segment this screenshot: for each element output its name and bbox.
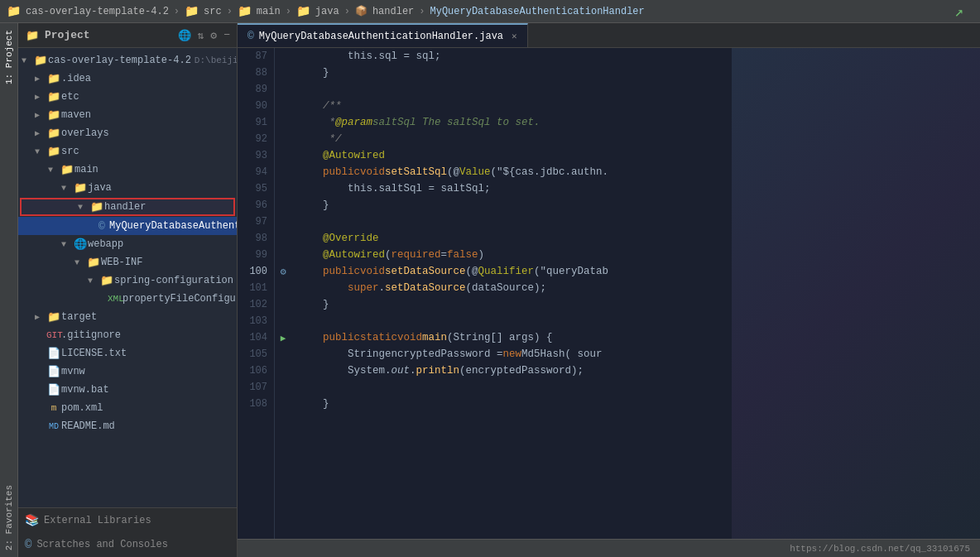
favorites-panel-tab[interactable]: 2: Favorites [2, 478, 17, 557]
code-line-108: } [298, 396, 980, 412]
tree-mvnw-bat[interactable]: 📄 mvnw.bat [18, 381, 237, 399]
sync-icon[interactable]: ⇅ [198, 29, 204, 42]
tree-mvnw[interactable]: 📄 mvnw [18, 363, 237, 381]
gutter-98 [275, 230, 291, 247]
line-num-93: 93 [241, 147, 267, 164]
tab-close-button[interactable]: ✕ [512, 31, 517, 41]
handler-class-label: MyQueryDatabaseAuthenticationHandler [109, 220, 237, 232]
tree-java[interactable]: ▼ 📁 java [18, 179, 237, 197]
mvnw-label: mvnw [61, 366, 237, 377]
gutter-106 [275, 363, 291, 379]
editor-area: © MyQueryDatabaseAuthenticationHandler.j… [238, 23, 980, 557]
tree-my-query-handler[interactable]: © MyQueryDatabaseAuthenticationHandler [18, 217, 237, 235]
etc-label: etc [61, 91, 237, 103]
gutter-103 [275, 313, 291, 329]
code-line-97 [298, 214, 980, 230]
tree-etc[interactable]: ▶ 📁 etc [18, 88, 237, 106]
webinf-label: WEB-INF [101, 257, 237, 268]
gutter-108 [275, 396, 291, 412]
webapp-label: webapp [88, 238, 237, 250]
line-num-94: 94 [241, 164, 267, 180]
tree-webapp[interactable]: ▼ 🌐 webapp [18, 235, 237, 253]
tree-handler[interactable]: ▼ 📁 handler [20, 198, 235, 216]
project-folder-icon: 📁 [25, 29, 40, 42]
tree-src[interactable]: ▼ 📁 src [18, 142, 237, 161]
tree-readme[interactable]: MD README.md [18, 417, 237, 435]
line-numbers: 87 88 89 90 91 92 93 94 95 96 97 98 99 1… [238, 48, 275, 539]
tree-target[interactable]: ▶ 📁 target [18, 308, 237, 326]
root-folder-icon: 📁 [33, 54, 48, 67]
gutter-87 [275, 48, 291, 65]
tab-class-icon: © [247, 30, 254, 42]
code-line-95: this.saltSql = saltSql; [298, 180, 980, 197]
editor-tab-active[interactable]: © MyQueryDatabaseAuthenticationHandler.j… [238, 23, 528, 47]
tree-overlays[interactable]: ▶ 📁 overlays [18, 124, 237, 142]
tree-spring-config[interactable]: ▼ 📁 spring-configuration [18, 271, 237, 290]
gitignore-label: .gitignore [61, 329, 237, 341]
settings-icon[interactable]: ⚙ [210, 29, 217, 42]
project-panel-tab[interactable]: 1: Project [2, 23, 17, 91]
code-line-99: @Autowired(required = false) [298, 247, 980, 263]
license-label: LICENSE.txt [61, 348, 237, 359]
handler-label: handler [104, 201, 233, 213]
tree-gitignore[interactable]: GIT .gitignore [18, 326, 237, 344]
line-num-87: 87 [241, 48, 267, 65]
code-line-88: } [298, 65, 980, 81]
line-num-96: 96 [241, 197, 267, 214]
minimize-icon[interactable]: − [223, 29, 230, 42]
root-path: D:\beijing\project\my\cas-overla [195, 55, 237, 65]
globe-icon[interactable]: 🌐 [178, 29, 191, 42]
idea-folder-icon: 📁 [46, 72, 61, 85]
code-editor[interactable]: 87 88 89 90 91 92 93 94 95 96 97 98 99 1… [238, 48, 980, 539]
line-num-105: 105 [241, 346, 267, 363]
tree-property-file[interactable]: XML propertyFileConfigurer.xml [18, 290, 237, 308]
overlays-label: overlays [61, 127, 237, 139]
tree-maven[interactable]: ▶ 📁 maven [18, 106, 237, 124]
line-num-99: 99 [241, 247, 267, 263]
scratches-icon: © [25, 538, 31, 551]
src-icon: 📁 [185, 4, 199, 18]
main-layout: 1: Project 2: Favorites 📁 Project 🌐 ⇅ ⚙ … [0, 23, 980, 557]
handler-icon: 📦 [355, 5, 368, 17]
root-label: cas-overlay-template-4.2 [48, 55, 191, 66]
go-button[interactable]: ↗ [954, 2, 963, 21]
tree-webinf[interactable]: ▼ 📁 WEB-INF [18, 253, 237, 271]
line-num-90: 90 [241, 98, 267, 114]
status-bar: https://blog.csdn.net/qq_33101675 [238, 539, 980, 557]
breadcrumb-part-4: java [315, 6, 339, 17]
tab-bar: © MyQueryDatabaseAuthenticationHandler.j… [238, 23, 980, 48]
spring-config-icon: 📁 [99, 274, 114, 287]
gutter-90 [275, 98, 291, 114]
webinf-icon: 📁 [86, 256, 101, 269]
xml-file-icon: XML [108, 294, 122, 304]
tree-license[interactable]: 📄 LICENSE.txt [18, 344, 237, 363]
status-url: https://blog.csdn.net/qq_33101675 [790, 544, 970, 554]
title-bar: 📁 cas-overlay-template-4.2 › 📁 src › 📁 m… [0, 0, 980, 23]
scratches-label[interactable]: Scratches and Consoles [36, 539, 167, 550]
spring-config-label: spring-configuration [114, 275, 237, 286]
line-num-98: 98 [241, 230, 267, 247]
maven-folder-icon: 📁 [46, 108, 61, 122]
tree-root[interactable]: ▼ 📁 cas-overlay-template-4.2 D:\beijing\… [18, 51, 237, 70]
code-line-98: @Override [298, 230, 980, 247]
tree-idea[interactable]: ▶ 📁 .idea [18, 70, 237, 88]
tree-main[interactable]: ▼ 📁 main [18, 161, 237, 179]
gutter-88 [275, 65, 291, 81]
tree-pom[interactable]: m pom.xml [18, 399, 237, 417]
code-line-105: String encryptedPassword = new Md5Hash( … [298, 346, 980, 363]
editor-gutter: ⚙ ▶ [275, 48, 291, 539]
external-libraries-label[interactable]: External Libraries [44, 515, 151, 526]
side-strip: 1: Project 2: Favorites [0, 23, 18, 557]
gutter-94 [275, 164, 291, 180]
gutter-102 [275, 296, 291, 313]
active-class-name: MyQueryDatabaseAuthenticationHandler [430, 6, 645, 17]
code-line-91: * @param saltSql The saltSql to set. [298, 114, 980, 131]
code-content[interactable]: this.sql = sql; } /** * @param saltSql T… [291, 48, 980, 539]
gutter-104: ▶ [275, 329, 291, 346]
line-num-106: 106 [241, 363, 267, 379]
webapp-icon: 🌐 [73, 238, 88, 251]
file-tree: ▼ 📁 cas-overlay-template-4.2 D:\beijing\… [18, 48, 237, 507]
readme-icon: MD [46, 422, 61, 431]
src-label: src [61, 146, 237, 157]
line-num-88: 88 [241, 65, 267, 81]
